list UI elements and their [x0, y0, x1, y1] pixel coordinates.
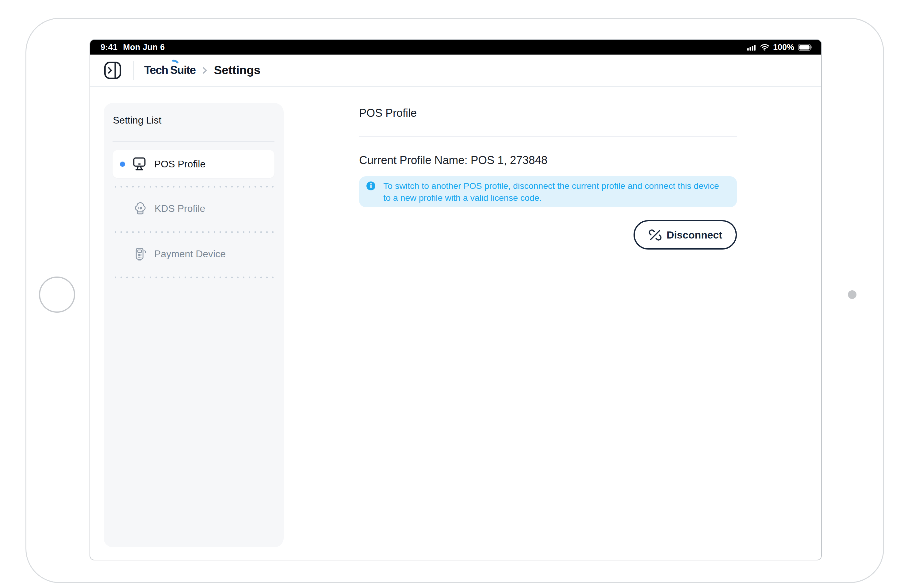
dotted-separator: [112, 231, 275, 233]
disconnect-button-label: Disconnect: [667, 229, 722, 241]
disconnect-button[interactable]: Disconnect: [634, 220, 737, 250]
dotted-separator: [112, 186, 275, 188]
sidebar-item-label: Payment Device: [154, 248, 226, 260]
chevron-right-icon: [201, 66, 208, 75]
sidebar-item-kds-profile[interactable]: KDS Profile: [104, 194, 284, 223]
settings-sidebar: Setting List POS Profile: [104, 103, 284, 547]
sidebar-item-label: POS Profile: [154, 158, 205, 170]
tablet-frame: 9:41 Mon Jun 6: [25, 18, 884, 583]
sidebar-item-label: KDS Profile: [155, 203, 205, 214]
sidebar-toggle-button[interactable]: [104, 61, 122, 79]
logo-text-tech: Tech: [144, 64, 168, 77]
tablet-screen: 9:41 Mon Jun 6: [90, 39, 822, 560]
current-profile-name: Current Profile Name: POS 1, 273848: [359, 154, 547, 167]
page-canvas: 9:41 Mon Jun 6: [0, 0, 904, 588]
status-date: Mon Jun 6: [123, 43, 165, 52]
sidebar-item-pos-profile[interactable]: POS Profile: [112, 150, 275, 178]
page-title: POS Profile: [359, 107, 417, 120]
battery-percent: 100%: [773, 43, 794, 52]
info-text-line: to a new profile with a valid license co…: [383, 192, 719, 204]
status-time: 9:41: [101, 43, 117, 52]
sidebar-title: Setting List: [113, 115, 161, 126]
breadcrumb-current: Settings: [214, 63, 260, 77]
info-text: To switch to another POS profile, discon…: [383, 180, 719, 204]
sidebar-item-payment-device[interactable]: Payment Device: [104, 239, 284, 269]
info-callout: i To switch to another POS profile, disc…: [359, 176, 737, 207]
dotted-separator: [112, 277, 275, 278]
home-button[interactable]: [39, 277, 75, 313]
info-text-line: To switch to another POS profile, discon…: [383, 180, 719, 192]
techsuite-logo: Tech Suite: [144, 64, 196, 77]
chef-hat-icon: [134, 201, 147, 216]
unlink-icon: [648, 228, 662, 242]
sidebar-toggle-icon: [104, 61, 122, 79]
camera-icon: [848, 290, 857, 299]
active-dot-icon: [120, 161, 125, 167]
info-icon: i: [367, 182, 375, 190]
cellular-signal-icon: [747, 44, 757, 51]
logo-text-suite: Suite: [170, 64, 196, 77]
payment-terminal-icon: [134, 247, 146, 261]
main-content: POS Profile Current Profile Name: POS 1,…: [359, 40, 737, 560]
wifi-icon: [760, 44, 770, 51]
sidebar-divider: [112, 141, 275, 142]
content-divider: [359, 136, 737, 138]
pos-terminal-icon: [133, 156, 146, 172]
battery-icon: [798, 44, 812, 51]
header-divider: [133, 61, 134, 80]
